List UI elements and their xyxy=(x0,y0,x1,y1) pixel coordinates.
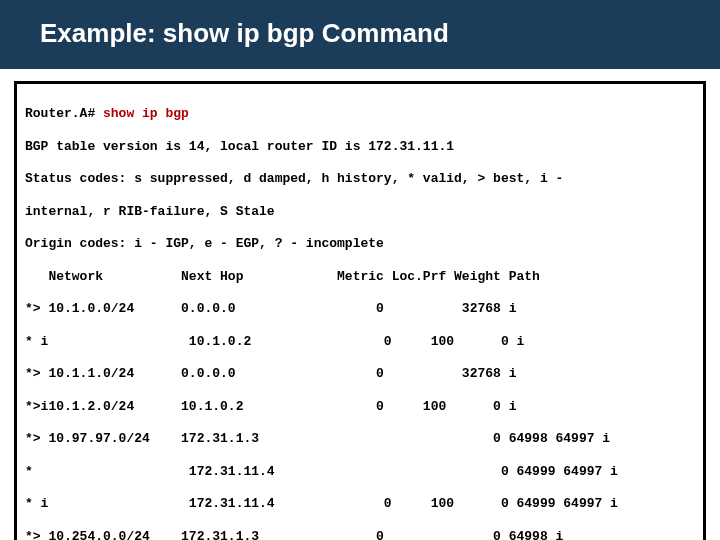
table-row: * i 172.31.11.4 0 100 0 64999 64997 i xyxy=(25,496,695,512)
cli-prompt: Router.A# xyxy=(25,106,103,121)
header-line: Origin codes: i - IGP, e - EGP, ? - inco… xyxy=(25,236,695,252)
header-line: Status codes: s suppressed, d damped, h … xyxy=(25,171,695,187)
title-bar: Example: show ip bgp Command xyxy=(0,0,720,69)
table-row: *> 10.1.0.0/24 0.0.0.0 0 32768 i xyxy=(25,301,695,317)
page-title: Example: show ip bgp Command xyxy=(40,18,680,49)
terminal-output: Router.A# show ip bgp BGP table version … xyxy=(14,81,706,540)
header-line: BGP table version is 14, local router ID… xyxy=(25,139,695,155)
table-row: * i 10.1.0.2 0 100 0 i xyxy=(25,334,695,350)
table-row: *> 10.97.97.0/24 172.31.1.3 0 64998 6499… xyxy=(25,431,695,447)
cli-command: show ip bgp xyxy=(103,106,189,121)
column-headers: Network Next Hop Metric Loc.Prf Weight P… xyxy=(25,269,695,285)
header-line: internal, r RIB-failure, S Stale xyxy=(25,204,695,220)
table-row: *> 10.1.1.0/24 0.0.0.0 0 32768 i xyxy=(25,366,695,382)
table-row: * 172.31.11.4 0 64999 64997 i xyxy=(25,464,695,480)
table-row: *>i10.1.2.0/24 10.1.0.2 0 100 0 i xyxy=(25,399,695,415)
table-row: *> 10.254.0.0/24 172.31.1.3 0 0 64998 i xyxy=(25,529,695,540)
